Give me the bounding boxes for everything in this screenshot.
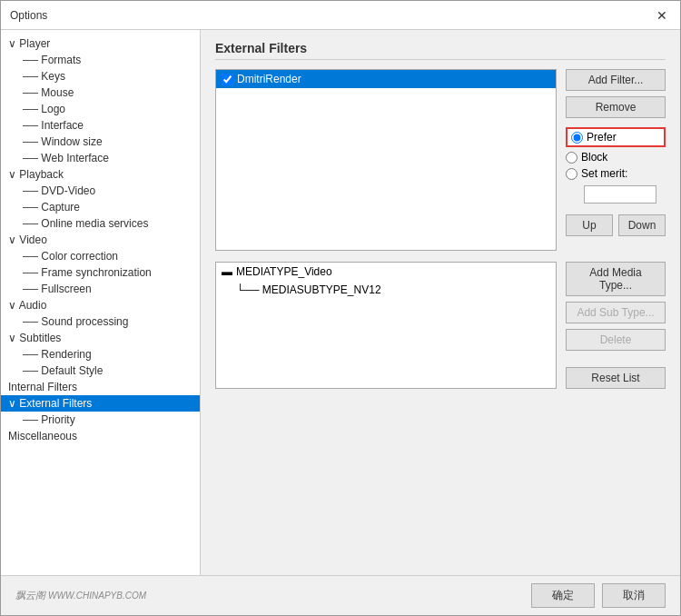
tree-line: ── — [23, 184, 41, 197]
sidebar-item-web-interface[interactable]: ── Web Interface — [1, 150, 200, 166]
sidebar-item-subtitles[interactable]: ∨ Subtitles — [1, 330, 200, 346]
external-filters-section: DmitriRender Add Filter... Remove Prefer — [215, 69, 666, 251]
sidebar-item-default-style[interactable]: ── Default Style — [1, 363, 200, 379]
main-panel: External Filters DmitriRender Add Filter… — [201, 30, 680, 575]
sidebar-item-online-media[interactable]: ── Online media services — [1, 215, 200, 232]
sidebar-item-logo[interactable]: ── Logo — [1, 101, 200, 117]
sidebar-item-dvd[interactable]: ── DVD-Video — [1, 183, 200, 199]
block-radio-label[interactable]: Block — [566, 151, 666, 164]
media-list-box[interactable]: ▬ MEDIATYPE_Video └── MEDIASUBTYPE_NV12 — [215, 262, 557, 389]
media-subtype-label: MEDIASUBTYPE_NV12 — [262, 283, 381, 296]
set-merit-radio-label[interactable]: Set merit: — [566, 167, 666, 180]
expand-icon: ∨ — [8, 168, 19, 181]
section-title: External Filters — [215, 41, 666, 60]
cancel-button[interactable]: 取消 — [602, 583, 666, 608]
down-button[interactable]: Down — [618, 214, 666, 236]
sidebar-item-video[interactable]: ∨ Video — [1, 232, 200, 248]
tree-line: ── — [23, 250, 41, 263]
tree-line: ── — [23, 201, 41, 214]
close-button[interactable]: ✕ — [653, 8, 671, 23]
tree-line: ── — [23, 413, 41, 426]
sidebar-item-playback[interactable]: ∨ Playback — [1, 166, 200, 183]
filter-checkbox[interactable] — [222, 74, 233, 85]
media-section: ▬ MEDIATYPE_Video └── MEDIASUBTYPE_NV12 … — [215, 262, 666, 389]
confirm-button[interactable]: 确定 — [531, 583, 595, 608]
prefer-radio-label[interactable]: Prefer — [566, 127, 666, 147]
tree-line: ── — [23, 103, 41, 115]
add-sub-type-button[interactable]: Add Sub Type... — [566, 302, 666, 323]
expand-icon: ∨ — [8, 299, 19, 312]
expand-icon: ∨ — [8, 37, 19, 50]
reset-list-button[interactable]: Reset List — [566, 367, 666, 389]
tree-line: ── — [23, 135, 41, 148]
tree-line: ── — [23, 364, 41, 377]
tree-line: ── — [23, 266, 41, 279]
add-media-type-button[interactable]: Add Media Type... — [566, 262, 666, 296]
filter-list-box[interactable]: DmitriRender — [215, 69, 557, 251]
tree-line: ── — [23, 283, 41, 295]
filter-list-item[interactable]: DmitriRender — [216, 70, 556, 88]
collapse-icon: ▬ — [222, 265, 232, 278]
media-type-child[interactable]: └── MEDIASUBTYPE_NV12 — [216, 281, 556, 299]
sidebar-item-internal-filters[interactable]: Internal Filters — [1, 379, 200, 395]
sidebar: ∨ Player ── Formats ── Keys ── Mouse ── … — [1, 30, 201, 575]
sidebar-item-sound-processing[interactable]: ── Sound processing — [1, 313, 200, 330]
up-down-row: Up Down — [566, 214, 666, 236]
tree-line: ── — [23, 217, 41, 230]
title-bar: Options ✕ — [1, 1, 680, 30]
sidebar-item-formats[interactable]: ── Formats — [1, 52, 200, 68]
sidebar-item-color-correction[interactable]: ── Color correction — [1, 248, 200, 264]
expand-icon: ∨ — [8, 233, 19, 246]
sidebar-item-player[interactable]: ∨ Player — [1, 35, 200, 52]
block-label: Block — [581, 151, 607, 164]
tree-line: ── — [23, 54, 41, 66]
prefer-label: Prefer — [587, 131, 617, 144]
sidebar-item-keys[interactable]: ── Keys — [1, 68, 200, 84]
options-window: Options ✕ ∨ Player ── Formats ── Keys ──… — [0, 0, 681, 616]
remove-button[interactable]: Remove — [566, 96, 666, 118]
sidebar-item-window-size[interactable]: ── Window size — [1, 134, 200, 150]
tree-line: ── — [23, 86, 41, 99]
tree-line: ── — [23, 70, 41, 83]
prefer-radio[interactable] — [571, 132, 583, 144]
sidebar-item-external-filters[interactable]: ∨ External Filters — [1, 395, 200, 412]
media-type-label: MEDIATYPE_Video — [236, 265, 332, 278]
sidebar-item-capture[interactable]: ── Capture — [1, 199, 200, 215]
sidebar-item-miscellaneous[interactable]: Miscellaneous — [1, 428, 200, 444]
sidebar-item-audio[interactable]: ∨ Audio — [1, 297, 200, 313]
window-title: Options — [10, 9, 47, 22]
sidebar-item-rendering[interactable]: ── Rendering — [1, 346, 200, 363]
media-type-parent[interactable]: ▬ MEDIATYPE_Video — [216, 263, 556, 281]
filter-name: DmitriRender — [237, 73, 301, 85]
add-filter-button[interactable]: Add Filter... — [566, 69, 666, 91]
tree-line: ── — [23, 315, 41, 328]
filter-buttons: Add Filter... Remove Prefer Block — [566, 69, 666, 251]
sidebar-item-mouse[interactable]: ── Mouse — [1, 84, 200, 101]
sidebar-item-frame-sync[interactable]: ── Frame synchronization — [1, 264, 200, 281]
bottom-bar: 飘云阁 WWW.CHINAPYB.COM 确定 取消 — [1, 575, 680, 615]
block-radio[interactable] — [566, 152, 577, 164]
sidebar-item-fullscreen[interactable]: ── Fullscreen — [1, 281, 200, 297]
set-merit-radio[interactable] — [566, 168, 577, 180]
tree-line: ── — [23, 152, 41, 164]
set-merit-label: Set merit: — [581, 167, 627, 180]
media-buttons: Add Media Type... Add Sub Type... Delete… — [566, 262, 666, 389]
watermark: 飘云阁 WWW.CHINAPYB.COM — [15, 589, 146, 602]
radio-group: Prefer Block Set merit: — [566, 127, 666, 180]
expand-icon: ∨ — [8, 397, 19, 410]
delete-button[interactable]: Delete — [566, 329, 666, 351]
tree-line-icon: └── — [236, 283, 262, 296]
sidebar-item-priority[interactable]: ── Priority — [1, 412, 200, 428]
up-button[interactable]: Up — [566, 214, 613, 236]
tree-line: ── — [23, 119, 41, 132]
merit-input[interactable]: 00200000 — [584, 185, 656, 204]
sidebar-item-interface[interactable]: ── Interface — [1, 117, 200, 134]
expand-icon: ∨ — [8, 332, 19, 344]
content-area: ∨ Player ── Formats ── Keys ── Mouse ── … — [1, 30, 680, 575]
tree-line: ── — [23, 348, 41, 361]
